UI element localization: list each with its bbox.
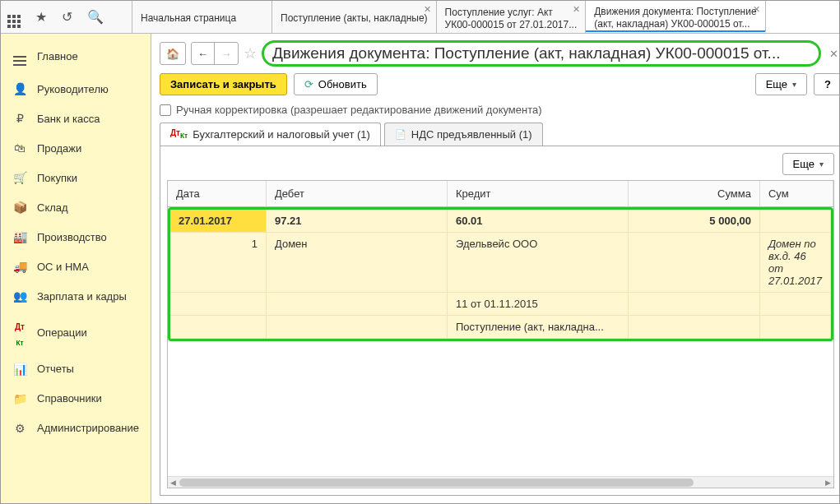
highlighted-row-group: 27.01.2017 97.21 60.01 5 000,00 1 Домен … xyxy=(168,207,833,341)
col-sum[interactable]: Сумма xyxy=(629,181,760,206)
tab-home[interactable]: Начальная страница xyxy=(132,1,272,33)
sidebar-item-manager[interactable]: 👤Руководителю xyxy=(1,74,151,104)
close-icon[interactable]: ✕ xyxy=(573,4,580,15)
truck-icon: 🚚 xyxy=(12,260,27,273)
tab-receipt-act[interactable]: ✕ Поступление услуг: Акт УК00-000015 от … xyxy=(437,1,587,33)
scroll-right-icon[interactable]: ▶ xyxy=(822,477,833,488)
tab-vat[interactable]: 📄НДС предъявленный (1) xyxy=(384,123,543,146)
dk-icon: ДтКт xyxy=(12,319,27,346)
gear-icon: ⚙ xyxy=(12,422,27,435)
table-row[interactable]: Поступление (акт, накладна... xyxy=(170,316,831,339)
col-credit[interactable]: Кредит xyxy=(448,181,629,206)
factory-icon: 🏭 xyxy=(12,230,27,243)
table-row[interactable]: 11 от 01.11.2015 xyxy=(170,293,831,316)
save-close-button[interactable]: Записать и закрыть xyxy=(160,73,287,95)
favorite-icon[interactable]: ☆ xyxy=(244,44,257,62)
table-row[interactable]: 1 Домен Эдельвейс ООО Домен по вх.д. 46 … xyxy=(170,233,831,293)
manual-edit-label: Ручная корректировка (разрешает редактир… xyxy=(176,104,542,116)
sidebar-item-catalogs[interactable]: 📁Справочники xyxy=(1,384,151,414)
col-debit[interactable]: Дебет xyxy=(267,181,448,206)
more-button[interactable]: Еще xyxy=(755,73,807,95)
scroll-left-icon[interactable]: ◀ xyxy=(168,477,179,488)
back-icon[interactable]: ← xyxy=(192,43,215,64)
tab-receipts[interactable]: ✕ Поступление (акты, накладные) xyxy=(272,1,437,33)
home-button[interactable]: 🏠 xyxy=(160,42,186,65)
chart-icon: 📊 xyxy=(12,363,27,376)
help-button[interactable]: ? xyxy=(814,73,840,95)
sidebar-item-reports[interactable]: 📊Отчеты xyxy=(1,354,151,384)
close-icon[interactable]: ✕ xyxy=(826,48,840,60)
sidebar: Главное 👤Руководителю ₽Банк и касса 🛍Про… xyxy=(1,34,151,504)
sidebar-item-assets[interactable]: 🚚ОС и НМА xyxy=(1,252,151,281)
close-icon[interactable]: ✕ xyxy=(424,4,431,15)
table-row[interactable]: 27.01.2017 97.21 60.01 5 000,00 xyxy=(170,210,831,233)
star-icon[interactable]: ★ xyxy=(35,9,47,25)
close-icon[interactable]: ✕ xyxy=(753,4,760,15)
person-icon: 👤 xyxy=(12,82,27,95)
sidebar-item-payroll[interactable]: 👥Зарплата и кадры xyxy=(1,281,151,311)
history-icon[interactable]: ↺ xyxy=(62,9,72,25)
refresh-button[interactable]: ⟳Обновить xyxy=(294,73,378,95)
col-date[interactable]: Дата xyxy=(168,181,267,206)
box-icon: 📦 xyxy=(12,201,27,214)
sidebar-item-operations[interactable]: ДтКтОперации xyxy=(1,311,151,354)
folder-icon: 📁 xyxy=(12,392,27,405)
sidebar-item-warehouse[interactable]: 📦Склад xyxy=(1,192,151,222)
tab-accounting[interactable]: ДтКтБухгалтерский и налоговый учет (1) xyxy=(160,123,381,146)
nav-back-forward[interactable]: ← → xyxy=(191,42,239,65)
sidebar-item-menu[interactable]: Главное xyxy=(1,39,151,74)
sidebar-item-bank[interactable]: ₽Банк и касса xyxy=(1,104,151,133)
scroll-thumb[interactable] xyxy=(179,479,694,487)
page-title: Движения документа: Поступление (акт, на… xyxy=(262,40,821,67)
search-icon[interactable]: 🔍 xyxy=(87,9,104,25)
horizontal-scrollbar[interactable]: ◀ ▶ xyxy=(168,476,833,488)
tab-document-movements[interactable]: ✕ Движения документа: Поступление (акт, … xyxy=(586,1,765,33)
sidebar-item-production[interactable]: 🏭Производство xyxy=(1,222,151,252)
col-sum2[interactable]: Сум xyxy=(760,181,833,206)
ruble-icon: ₽ xyxy=(12,112,27,125)
refresh-icon: ⟳ xyxy=(304,78,313,90)
user-icon: 👥 xyxy=(12,289,27,303)
postings-grid[interactable]: Дата Дебет Кредит Сумма Сум 27.01.2017 9… xyxy=(167,180,834,488)
apps-icon[interactable] xyxy=(7,7,21,28)
cart-icon: 🛒 xyxy=(12,171,27,184)
dk-icon: ДтКт xyxy=(170,130,188,139)
sidebar-item-purchases[interactable]: 🛒Покупки xyxy=(1,163,151,192)
sidebar-item-admin[interactable]: ⚙Администрирование xyxy=(1,414,151,443)
forward-icon: → xyxy=(215,43,238,64)
panel-more-button[interactable]: Еще xyxy=(782,153,834,175)
sidebar-item-sales[interactable]: 🛍Продажи xyxy=(1,133,151,163)
doc-icon: 📄 xyxy=(395,129,406,140)
bag-icon: 🛍 xyxy=(12,141,27,155)
manual-edit-checkbox[interactable] xyxy=(160,104,171,116)
